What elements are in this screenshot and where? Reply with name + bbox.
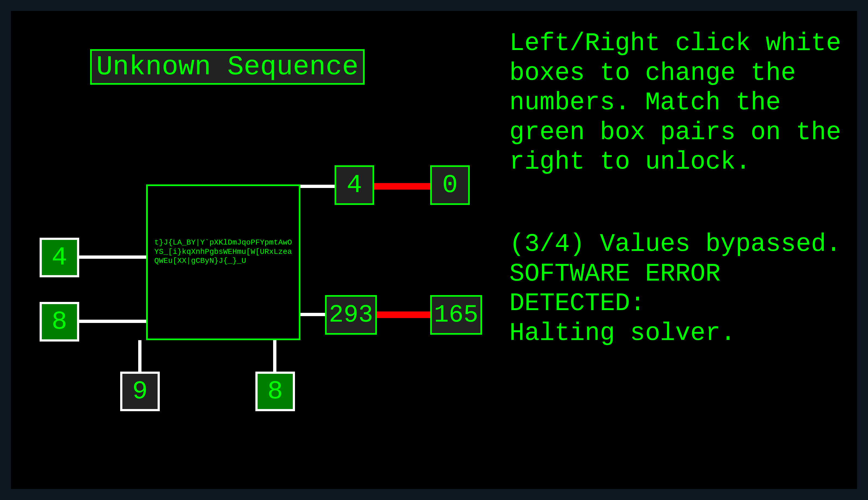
wire-bottom-left (138, 340, 141, 372)
title-text: Unknown Sequence (96, 52, 358, 82)
output-bottom-target-value: 165 (434, 301, 478, 329)
input-left-bottom-value: 8 (51, 307, 67, 337)
title-box: Unknown Sequence (90, 49, 364, 85)
output-top-out: 4 (335, 165, 374, 205)
output-top-target: 0 (430, 165, 470, 205)
output-bottom-out: 293 (325, 295, 377, 335)
input-left-bottom[interactable]: 8 (39, 302, 79, 342)
output-top-out-value: 4 (347, 170, 362, 200)
central-text: t}J{LA_BY|Y`pXKlDmJqoPFYpmtAwOYS_[i}kqXn… (154, 238, 292, 265)
wire-left-bottom (79, 320, 146, 323)
input-bottom-left-value: 9 (132, 377, 148, 406)
wire-bottom-right (273, 340, 276, 372)
wire-red-bottom (377, 311, 430, 318)
status-text: (3/4) Values bypassed. SOFTWARE ERROR DE… (509, 229, 854, 348)
wire-left-top (79, 255, 146, 259)
status-content: (3/4) Values bypassed. SOFTWARE ERROR DE… (509, 230, 841, 348)
game-panel: Unknown Sequence t}J{LA_BY|Y`pXKlDmJqoPF… (11, 11, 857, 489)
wire-red-top (374, 183, 430, 190)
input-bottom-right-value: 8 (267, 377, 283, 406)
wire-right-top-h2 (300, 185, 336, 188)
input-left-top[interactable]: 4 (39, 238, 79, 277)
instructions-text: Left/Right click white boxes to change t… (509, 29, 854, 177)
output-bottom-target: 165 (430, 295, 482, 335)
instructions-content: Left/Right click white boxes to change t… (509, 29, 841, 176)
input-bottom-right[interactable]: 8 (255, 372, 295, 411)
input-left-top-value: 4 (51, 243, 67, 272)
wire-right-bottom (300, 313, 325, 316)
input-bottom-left[interactable]: 9 (120, 372, 160, 411)
output-bottom-out-value: 293 (329, 301, 373, 329)
output-top-target-value: 0 (442, 170, 458, 200)
central-box: t}J{LA_BY|Y`pXKlDmJqoPFYpmtAwOYS_[i}kqXn… (146, 184, 300, 340)
